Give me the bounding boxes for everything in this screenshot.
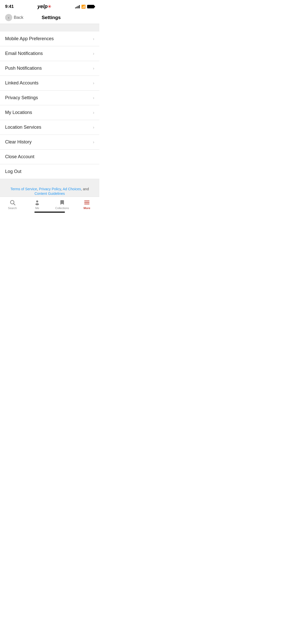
menu-item-mobile-app-preferences[interactable]: Mobile App Preferences ›: [0, 32, 99, 46]
svg-line-1: [13, 204, 15, 205]
tab-more-label: More: [84, 207, 90, 210]
chevron-right-icon: ›: [93, 51, 94, 56]
status-bar: 9:41 yelp✳ 📶: [0, 0, 99, 11]
chevron-right-icon: ›: [93, 110, 94, 115]
chevron-right-icon: ›: [93, 96, 94, 100]
app-logo: yelp✳: [37, 4, 51, 9]
menu-item-clear-history[interactable]: Clear History ›: [0, 135, 99, 150]
terms-of-service-link[interactable]: Terms of Service: [10, 187, 37, 191]
tab-me-label: Me: [35, 207, 39, 210]
back-chevron-icon: ‹: [5, 14, 12, 21]
tab-search[interactable]: Search: [0, 199, 25, 210]
status-time: 9:41: [5, 4, 14, 9]
menu-list: Mobile App Preferences › Email Notificat…: [0, 32, 99, 179]
chevron-right-icon: ›: [93, 37, 94, 41]
menu-item-log-out[interactable]: Log Out: [0, 164, 99, 179]
back-button[interactable]: ‹ Back: [5, 14, 23, 21]
content-guidelines-link[interactable]: Content Guidelines: [34, 192, 65, 196]
wifi-icon: 📶: [81, 5, 86, 9]
tab-more[interactable]: More: [75, 199, 100, 210]
menu-item-email-notifications[interactable]: Email Notifications ›: [0, 46, 99, 61]
tab-collections[interactable]: Collections: [50, 199, 75, 210]
svg-point-3: [35, 203, 39, 205]
me-icon: [34, 199, 40, 206]
battery-icon: [87, 5, 94, 8]
chevron-right-icon: ›: [93, 81, 94, 85]
collections-icon: [59, 199, 65, 206]
tab-me[interactable]: Me: [25, 199, 50, 210]
menu-item-push-notifications[interactable]: Push Notifications ›: [0, 61, 99, 76]
menu-item-linked-accounts[interactable]: Linked Accounts ›: [0, 76, 99, 91]
chevron-right-icon: ›: [93, 125, 94, 130]
nav-bar: ‹ Back Settings: [0, 11, 99, 24]
ad-choices-link[interactable]: Ad Choices: [63, 187, 81, 191]
signal-bars: [75, 5, 80, 8]
section-spacer: [0, 24, 99, 32]
home-indicator: [34, 212, 65, 213]
svg-point-2: [36, 200, 38, 202]
page-title: Settings: [23, 15, 79, 20]
menu-item-close-account[interactable]: Close Account: [0, 150, 99, 164]
chevron-right-icon: ›: [93, 66, 94, 71]
menu-item-my-locations[interactable]: My Locations ›: [0, 105, 99, 120]
chevron-right-icon: ›: [93, 140, 94, 144]
menu-item-privacy-settings[interactable]: Privacy Settings ›: [0, 91, 99, 105]
tab-search-label: Search: [8, 207, 17, 210]
footer-links: Terms of Service, Privacy Policy, Ad Cho…: [5, 187, 94, 196]
more-icon: [84, 199, 90, 206]
menu-item-location-services[interactable]: Location Services ›: [0, 120, 99, 135]
tab-collections-label: Collections: [55, 207, 69, 210]
search-icon: [9, 199, 16, 206]
back-label: Back: [14, 15, 23, 20]
privacy-policy-link[interactable]: Privacy Policy: [39, 187, 61, 191]
status-icons: 📶: [75, 5, 94, 9]
